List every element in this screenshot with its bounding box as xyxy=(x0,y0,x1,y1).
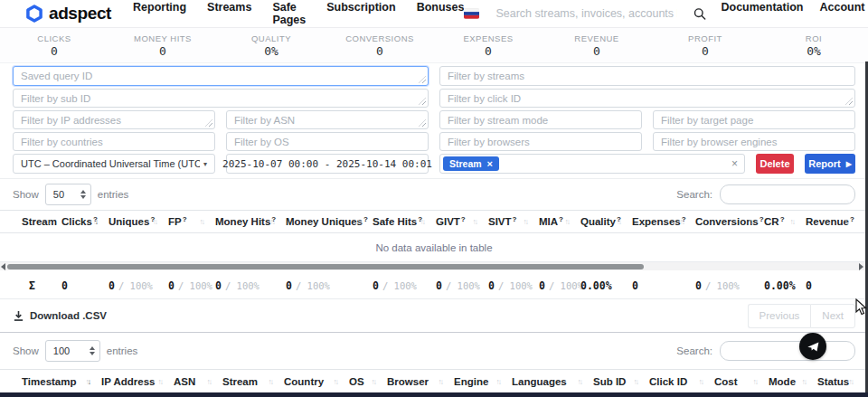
total-value: 0 xyxy=(61,279,68,292)
scrollbar-thumb[interactable] xyxy=(7,264,644,269)
next-page-button[interactable]: Next xyxy=(810,304,855,328)
sort-icon: ↑↓ xyxy=(749,217,753,226)
group-tag-label: Stream xyxy=(449,158,482,169)
group-by-select[interactable]: Stream × × xyxy=(439,154,745,174)
report-col-expenses[interactable]: Expenses?↑↓ xyxy=(623,211,686,232)
date-range-picker[interactable]: 2025-10-07 00:00 - 2025-10-14 00:01 xyxy=(226,154,429,174)
clicks-col-ip-address[interactable]: IP Address↑↓ xyxy=(92,370,165,392)
ip-filter-input[interactable] xyxy=(14,115,214,126)
report-col-money-uniques[interactable]: Money Uniques?↑↓ xyxy=(277,211,363,232)
report-col-conversions[interactable]: Conversions?↑↓ xyxy=(686,211,755,232)
tag-remove-icon[interactable]: × xyxy=(487,159,493,169)
topbar-link-account[interactable]: Account xyxy=(819,1,864,26)
clicks-col-mode[interactable]: Mode↑↓ xyxy=(760,370,808,392)
clicks-col-asn[interactable]: ASN↑↓ xyxy=(165,370,213,392)
page-size-select[interactable]: 100 xyxy=(45,340,100,362)
search-icon[interactable] xyxy=(693,7,706,21)
clicks-col-os[interactable]: OS↑↓ xyxy=(340,370,378,392)
clicks-col-timestamp[interactable]: Timestamp↑↓ xyxy=(13,370,92,392)
report-button[interactable]: Report ▶ xyxy=(805,154,855,174)
sort-icon: ↑↓ xyxy=(46,217,51,226)
scroll-right-icon[interactable] xyxy=(859,263,863,270)
saved-query-field xyxy=(13,66,429,86)
sort-down-arrow: ↓ xyxy=(335,377,337,386)
topbar-link-documentation[interactable]: Documentation xyxy=(722,1,804,26)
total-suffix: / 100% xyxy=(498,280,533,291)
clicks-col-status[interactable]: Status↑↓ xyxy=(808,370,855,392)
total-suffix: / 100% xyxy=(118,280,153,291)
report-col-mia[interactable]: MIA?↑↓ xyxy=(530,211,571,232)
report-col-givt[interactable]: GIVT?↑↓ xyxy=(427,211,479,232)
adspect-dashboard: adspect ReportingStreamsSafe PagesSubscr… xyxy=(0,0,868,397)
sort-icon: ↑↓ xyxy=(420,217,425,226)
clear-select-icon[interactable]: × xyxy=(731,157,738,170)
column-label: MIA xyxy=(539,216,558,227)
clicks-col-cost[interactable]: Cost↑↓ xyxy=(705,370,760,392)
column-label: IP Address xyxy=(101,376,155,387)
countries-filter-input[interactable] xyxy=(14,137,214,147)
report-col-safe-hits[interactable]: Safe Hits?↑↓ xyxy=(363,211,427,232)
saved-query-input[interactable] xyxy=(14,71,428,81)
click-id-filter-input[interactable] xyxy=(440,93,854,104)
stat-value: 0% xyxy=(264,44,278,58)
clicks-col-browser[interactable]: Browser↑↓ xyxy=(378,370,445,392)
download-csv-label: Download .CSV xyxy=(30,310,107,321)
timezone-select[interactable]: UTC – Coordinated Universal Time (UTC+0)… xyxy=(13,154,215,174)
stat-label: ROI xyxy=(806,33,822,43)
total-suffix: / 100% xyxy=(705,280,740,291)
report-col-uniques[interactable]: Uniques?↑↓ xyxy=(99,211,159,232)
telegram-button[interactable] xyxy=(799,333,826,360)
report-col-fp[interactable]: FP?↑↓ xyxy=(159,211,206,232)
report-table-header: Stream↑↓Clicks?↑↓Uniques?↑↓FP?↑↓Money Hi… xyxy=(0,210,868,233)
clicks-col-stream[interactable]: Stream↑↓ xyxy=(213,370,275,392)
browsers-filter-input[interactable] xyxy=(440,137,641,147)
nav-item-streams[interactable]: Streams xyxy=(207,1,251,26)
sort-down-arrow: ↓ xyxy=(270,377,272,386)
search-label: Search: xyxy=(676,345,712,356)
stat-expenses: EXPENSES0 xyxy=(434,28,542,62)
target-page-filter-input[interactable] xyxy=(654,115,854,126)
stat-value: 0 xyxy=(376,44,383,58)
asn-filter-input[interactable] xyxy=(227,115,428,126)
report-col-clicks[interactable]: Clicks?↑↓ xyxy=(52,211,99,232)
nav-item-bonuses[interactable]: Bonuses xyxy=(417,1,465,26)
total-value: 0 xyxy=(488,279,495,292)
previous-page-button[interactable]: Previous xyxy=(748,304,811,328)
report-col-cr[interactable]: CR?↑↓ xyxy=(755,211,797,232)
global-search-input[interactable] xyxy=(494,6,679,21)
nav-item-safe-pages[interactable]: Safe Pages xyxy=(272,1,306,26)
stream-mode-filter-input[interactable] xyxy=(440,115,641,126)
ip-filter-field xyxy=(13,110,215,129)
os-filter-input[interactable] xyxy=(227,137,428,147)
adspect-logo[interactable]: adspect xyxy=(25,4,111,24)
total-cell: 0/ 100% xyxy=(686,277,755,293)
sort-down-arrow: ↓ xyxy=(160,377,162,386)
clicks-col-click-id[interactable]: Click ID↑↓ xyxy=(640,370,705,392)
total-cell: 0 xyxy=(623,277,686,293)
report-col-quality[interactable]: Quality?↑↓ xyxy=(571,211,623,232)
horizontal-scrollbar[interactable] xyxy=(0,262,868,270)
report-col-stream[interactable]: Stream↑↓ xyxy=(13,211,52,232)
report-table-search-input[interactable] xyxy=(720,184,855,204)
language-flag-icon[interactable] xyxy=(464,8,479,19)
nav-item-reporting[interactable]: Reporting xyxy=(133,1,186,26)
report-col-money-hits[interactable]: Money Hits?↑↓ xyxy=(206,211,277,232)
column-label: Engine xyxy=(454,376,488,387)
delete-button[interactable]: Delete xyxy=(756,154,794,174)
page-size-select[interactable]: 50 xyxy=(45,184,91,205)
report-col-sivt[interactable]: SIVT?↑↓ xyxy=(479,211,530,232)
streams-filter-input[interactable] xyxy=(440,71,854,81)
clicks-col-languages[interactable]: Languages↑↓ xyxy=(503,370,584,392)
nav-item-subscription[interactable]: Subscription xyxy=(326,1,395,26)
scroll-left-icon[interactable] xyxy=(1,263,5,270)
clicks-table-search-input[interactable] xyxy=(720,341,855,361)
clicks-col-country[interactable]: Country↑↓ xyxy=(275,370,340,392)
column-label: OS xyxy=(349,376,364,387)
report-col-revenue[interactable]: Revenue?↑↓ xyxy=(797,211,851,232)
browser-engines-filter-input[interactable] xyxy=(654,137,854,147)
clicks-col-engine[interactable]: Engine↑↓ xyxy=(445,370,503,392)
download-csv-button[interactable]: Download .CSV xyxy=(13,310,107,322)
sub-id-filter-input[interactable] xyxy=(14,93,428,104)
clicks-col-sub-id[interactable]: Sub ID↑↓ xyxy=(584,370,640,392)
stat-label: CLICKS xyxy=(37,33,71,43)
